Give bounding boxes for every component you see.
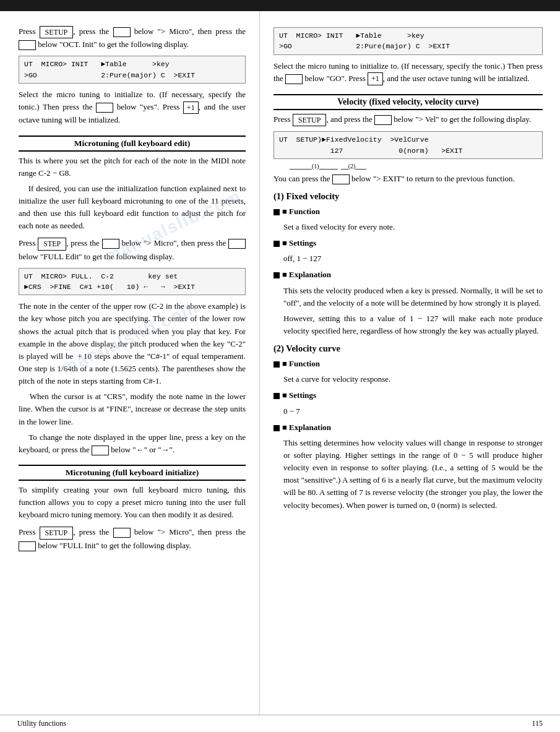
empty-btn-5 <box>228 239 246 249</box>
subsection2-explanation: ■ Explanation This setting determines ho… <box>274 421 543 512</box>
left-block5-para3: To change the note displayed in the uppe… <box>19 431 246 456</box>
left-column: Press SETUP, press the below "> Micro", … <box>0 11 260 715</box>
empty-btn-2 <box>19 40 36 50</box>
right-display1: UT MICRO> INIT ►Table >key >GO 2:Pure(ma… <box>274 27 543 55</box>
plus1-key: +1 <box>183 101 199 114</box>
subsection1-settings-label: ■ Settings <box>274 237 543 249</box>
subsection2-explanation-text1: This setting determines how velocity val… <box>283 437 543 512</box>
empty-btn-r2 <box>374 115 392 125</box>
left-heading2: Microtuning (full keyboard initialize) <box>19 465 246 481</box>
subsection1-function: ■ Function Set a fixed velocity for ever… <box>274 205 543 233</box>
subsection1-title: (1) Fixed velocity <box>274 191 543 202</box>
left-display1: UT MICRO> INIT ►Table >key >GO 2:Pure(ma… <box>19 56 246 84</box>
left-block3-para1: This is where you set the pitch for each… <box>19 155 246 179</box>
bullet-icon-2 <box>274 241 280 247</box>
annotation-line: ⎯⎯⎯⎯⎯⎯(1)⎯⎯⎯⎯⎯ ⎯⎯(2)⎯⎯⎯ <box>290 163 366 170</box>
bullet-icon-1 <box>274 209 280 215</box>
empty-btn-r3 <box>332 174 350 184</box>
left-block6-para1: To simplify creating your own full keybo… <box>19 484 246 521</box>
footer-left: Utility functions <box>17 719 66 728</box>
right-display2: UT SETUP)►FixedVelocity >VelCurve 127 0(… <box>274 131 543 159</box>
left-block1-para1: Press SETUP, press the below "> Micro", … <box>19 25 246 51</box>
content: Press SETUP, press the below "> Micro", … <box>0 11 560 715</box>
right-display2-container: UT SETUP)►FixedVelocity >VelCurve 127 0(… <box>274 131 543 170</box>
page: Press SETUP, press the below "> Micro", … <box>0 0 560 732</box>
left-block7-para1: Press SETUP, press the below "> Micro", … <box>19 526 246 551</box>
footer: Utility functions 115 <box>0 715 560 732</box>
bullet-icon-4 <box>274 361 280 368</box>
left-block5-para1: The note in the center of the upper row … <box>19 300 246 387</box>
left-block4-para1: Press STEP, press the below "> Micro", t… <box>19 237 246 262</box>
step-key: STEP <box>38 238 66 251</box>
footer-right: 115 <box>532 719 543 728</box>
subsection1-settings-text: off, 1 − 127 <box>283 252 543 265</box>
subsection1-explanation: ■ Explanation This sets the velocity pro… <box>274 269 543 337</box>
subsection1-function-label: ■ Function <box>274 205 543 218</box>
bullet-icon-6 <box>274 425 280 431</box>
subsection2-function-label: ■ Function <box>274 358 543 370</box>
empty-btn-7 <box>113 528 131 538</box>
left-block2-para1: Select the micro tuning to initialize to… <box>19 88 246 127</box>
subsection1-function-text: Set a fixed velocity for every note. <box>283 221 543 233</box>
subsection2-function-text: Set a curve for velocity response. <box>283 373 543 385</box>
subsection2-settings-label: ■ Settings <box>274 389 543 402</box>
top-bar <box>0 0 560 11</box>
left-block3-para2: If desired, you can use the initializati… <box>19 183 246 233</box>
subsection1-settings: ■ Settings off, 1 − 127 <box>274 237 543 265</box>
subsection1-explanation-text1: This sets the velocity produced when a k… <box>283 285 543 309</box>
setup-key-r: SETUP <box>293 114 327 127</box>
empty-btn-1 <box>113 27 131 37</box>
annotation-arrows: ⎯⎯⎯⎯⎯⎯(1)⎯⎯⎯⎯⎯ ⎯⎯(2)⎯⎯⎯ <box>274 163 543 170</box>
subsection2-explanation-label: ■ Explanation <box>274 421 543 434</box>
right-block3-para1: You can press the below "> EXIT" to retu… <box>274 173 543 185</box>
subsection1-explanation-text2: However, setting this to a value of 1 − … <box>283 312 543 337</box>
empty-btn-6 <box>92 446 109 455</box>
left-heading1: Microtuning (full keyboard edit) <box>19 136 246 152</box>
left-display2: UT MICRO> FULL. C-2 key set ►CRS >FINE C… <box>19 268 246 296</box>
bullet-icon-5 <box>274 393 280 399</box>
right-heading1: Velocity (fixed velocity, velocity curve… <box>274 94 543 110</box>
right-block2-para1: Press SETUP, and press the below "> Vel"… <box>274 113 543 126</box>
empty-btn-4 <box>102 239 119 249</box>
left-block5-para2: When the cursor is at "CRS", modify the … <box>19 390 246 428</box>
subsection2-title: (2) Velocity curve <box>274 343 543 354</box>
bullet-icon-3 <box>274 272 280 278</box>
right-column: UT MICRO> INIT ►Table >key >GO 2:Pure(ma… <box>260 11 560 715</box>
empty-btn-r1 <box>285 74 303 84</box>
empty-btn-8 <box>19 541 36 551</box>
subsection2-settings: ■ Settings 0 − 7 <box>274 389 543 417</box>
setup-key: SETUP <box>40 26 74 39</box>
plus1-key-r: +1 <box>368 72 383 85</box>
empty-btn-3 <box>96 103 113 113</box>
setup-key-2: SETUP <box>40 527 74 540</box>
subsection2-settings-text: 0 − 7 <box>283 405 543 418</box>
right-block1-para1: Select the micro tuning to initialize to… <box>274 60 543 85</box>
subsection2-function: ■ Function Set a curve for velocity resp… <box>274 358 543 385</box>
subsection1-explanation-label: ■ Explanation <box>274 269 543 281</box>
